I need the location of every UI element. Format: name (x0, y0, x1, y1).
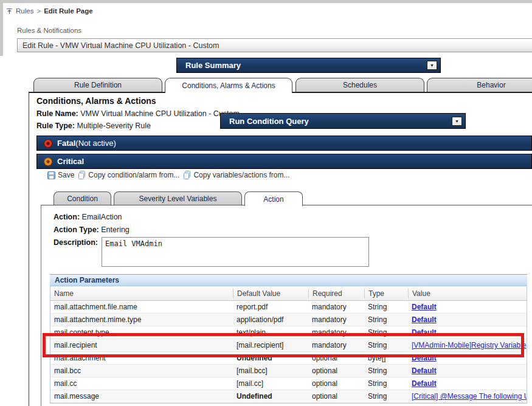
cell-type: String (364, 328, 408, 337)
cell-name: mail.recipient (50, 341, 233, 349)
tab-label: Behavior (477, 81, 505, 89)
value-link[interactable]: Default (412, 303, 437, 311)
cell-req: optional (308, 392, 364, 401)
value-link[interactable]: Default (412, 315, 437, 324)
rule-type-value: Multiple-Severity Rule (77, 122, 151, 130)
copy-icon (183, 171, 191, 179)
module-label: Rules & Notifications (17, 27, 81, 34)
cell-value: Default (408, 328, 527, 337)
tab-label: Condition (67, 194, 98, 203)
cell-value: Default (408, 354, 527, 362)
cell-value: Default (408, 366, 527, 375)
jump-to-top-icon[interactable] (6, 8, 13, 15)
param-row-mail.recipient: mail.recipient[mail.recipient]mandatoryS… (50, 339, 527, 352)
cell-value: [Critical] @Message The following U... (408, 392, 527, 401)
rule-selector-value: Edit Rule - VMW Virtual Machine CPU Util… (22, 41, 219, 50)
tab-rule-definition[interactable]: Rule Definition (33, 78, 162, 92)
copy-variables-actions-label: Copy variables/actions from... (193, 171, 289, 179)
cell-name: mail.content.type (50, 328, 233, 337)
value-link[interactable]: Default (412, 379, 437, 388)
cell-def: [mail.bcc] (233, 366, 308, 375)
column-header-name: Name (50, 289, 233, 298)
table-body: mail.attachment.file.namereport.pdfmanda… (50, 301, 527, 403)
content-panel-border (29, 93, 29, 406)
param-row-mail.content.type: mail.content.typetext/plainmandatoryStri… (50, 326, 527, 339)
save-icon (47, 171, 55, 179)
tab-label: Schedules (343, 81, 377, 89)
cell-def: report.pdf (233, 303, 308, 311)
cell-req: mandatory (308, 328, 364, 337)
param-row-mail.bcc: mail.bcc[mail.bcc]optionalStringDefault (50, 365, 527, 377)
cell-name: mail.attachment (50, 354, 233, 362)
cell-type: String (364, 379, 408, 388)
run-condition-query-expand-button[interactable]: ▼ (452, 117, 462, 126)
cell-name: mail.attachment.file.name (50, 303, 233, 311)
cell-def: [mail.recipient] (233, 341, 308, 349)
chevron-down-icon: ▼ (455, 119, 459, 123)
breadcrumb: Rules > Edit Rule Page (6, 6, 93, 16)
column-header-default-value: Default Value (233, 289, 308, 298)
run-condition-query-bar[interactable]: Run Condition Query ▼ (220, 113, 466, 129)
param-row-mail.message: mail.messageUndefinedoptionalString[Crit… (50, 390, 527, 403)
action-type-value: Entering (101, 225, 130, 234)
tab-conditions-alarms-actions[interactable]: Conditions, Alarms & Actions (165, 78, 292, 93)
tab-schedules[interactable]: Schedules (295, 78, 424, 92)
cell-req: optional (308, 354, 364, 362)
save-button[interactable]: Save (47, 171, 74, 179)
value-link[interactable]: [VMAdmin-Mobile]Registry Variable (412, 341, 527, 349)
cell-value: [VMAdmin-Mobile]Registry Variable (408, 341, 527, 349)
action-value: EmailAction (82, 213, 122, 221)
run-condition-query-label: Run Condition Query (221, 117, 452, 126)
save-label: Save (58, 171, 74, 179)
cell-value: Default (408, 315, 527, 324)
cell-value: Default (408, 379, 527, 388)
cell-name: mail.attachment.mime.type (50, 315, 233, 324)
description-label: Description: (54, 238, 98, 247)
tab-label: Action (263, 195, 283, 204)
cell-def: [mail.cc] (233, 379, 308, 388)
tab-label: Conditions, Alarms & Actions (182, 81, 275, 90)
critical-label: Critical (52, 157, 531, 166)
cell-type: String (364, 315, 408, 324)
rule-type-label: Rule Type: (36, 122, 75, 130)
tab-action[interactable]: Action (244, 191, 303, 206)
param-row-mail.attachment: mail.attachmentUndefinedoptionalbyte[]De… (50, 352, 527, 365)
cell-def: Undefined (233, 354, 308, 362)
value-link[interactable]: Default (412, 328, 437, 337)
value-link[interactable]: Default (412, 366, 437, 375)
tab-behavior[interactable]: Behavior (427, 78, 532, 92)
copy-variables-actions-button[interactable]: Copy variables/actions from... (183, 171, 289, 179)
rule-name-line: Rule Name: VMW Virtual Machine CPU Utili… (36, 109, 240, 118)
rule-selector-dropdown[interactable]: Edit Rule - VMW Virtual Machine CPU Util… (17, 38, 532, 52)
rule-summary-label: Rule Summary (177, 61, 427, 70)
copy-icon (78, 171, 86, 179)
tab-label: Severity Level Variables (139, 194, 217, 203)
column-header-value: Value (408, 289, 527, 298)
severity-bar-critical[interactable]: Critical (36, 154, 532, 169)
chevron-down-icon: ▼ (430, 63, 434, 67)
cell-name: mail.bcc (50, 366, 233, 375)
breadcrumb-rules-link[interactable]: Rules (16, 7, 33, 15)
tab-condition[interactable]: Condition (54, 191, 111, 205)
rule-summary-expand-button[interactable]: ▼ (427, 61, 437, 70)
copy-condition-alarm-button[interactable]: Copy condition/alarm from... (78, 171, 179, 179)
rule-summary-bar[interactable]: Rule Summary ▼ (176, 58, 441, 73)
copy-condition-alarm-label: Copy condition/alarm from... (88, 171, 179, 179)
rule-type-line: Rule Type: Multiple-Severity Rule (36, 122, 151, 130)
severity-bar-fatal[interactable]: Fatal(Not active) (36, 136, 532, 151)
action-type-label: Action Type: (54, 225, 99, 234)
tab-severity-level-variables[interactable]: Severity Level Variables (114, 191, 242, 205)
param-row-mail.attachment.file.name: mail.attachment.file.namereport.pdfmanda… (50, 301, 527, 314)
rule-name-value: VMW Virtual Machine CPU Utilization - Cu… (80, 109, 240, 118)
cell-type: String (364, 366, 408, 375)
action-label: Action: (54, 213, 80, 221)
param-row-mail.cc: mail.cc[mail.cc]optionalStringDefault (50, 377, 527, 390)
cell-type: String (364, 341, 408, 349)
value-link[interactable]: Default (412, 354, 437, 362)
page-title: Conditions, Alarms & Actions (36, 96, 156, 106)
cell-type: String (364, 392, 408, 401)
action-type-line: Action Type: Entering (54, 225, 130, 234)
value-link[interactable]: [Critical] @Message The following U... (412, 392, 527, 401)
description-textarea[interactable]: Email VMAdmin (102, 237, 369, 267)
cell-value: Default (408, 303, 527, 311)
